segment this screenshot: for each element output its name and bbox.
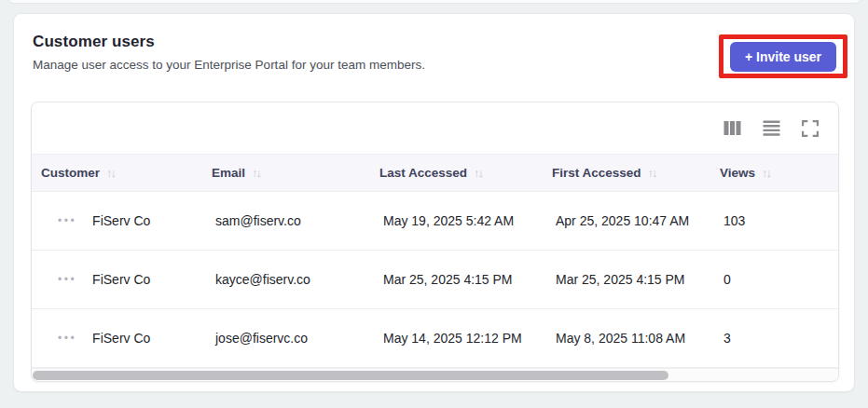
fullscreen-icon[interactable] [802, 120, 819, 137]
column-header-views[interactable]: Views ↑↓ [710, 166, 838, 180]
customer-name: FiServ Co [92, 272, 150, 287]
table-row: ••• FiServ Co sam@fiserv.co May 19, 2025… [32, 192, 838, 251]
invite-user-button[interactable]: + Invite user [730, 42, 836, 72]
first-accessed-cell: Mar 25, 2025 4:15 PM [543, 272, 710, 287]
email-cell: sam@fiserv.co [202, 213, 370, 228]
table-toolbar [32, 102, 838, 154]
density-icon[interactable] [763, 120, 780, 136]
page-title: Customer users [33, 33, 835, 51]
sort-icon[interactable]: ↑↓ [474, 166, 482, 180]
customer-cell: ••• FiServ Co [32, 272, 202, 287]
sort-icon[interactable]: ↑↓ [762, 166, 770, 180]
email-cell: kayce@fiserv.co [202, 272, 370, 287]
horizontal-scrollbar-thumb[interactable] [33, 371, 668, 380]
last-accessed-cell: May 19, 2025 5:42 AM [370, 213, 543, 228]
column-header-first-accessed[interactable]: First Accessed ↑↓ [543, 166, 710, 180]
sort-icon[interactable]: ↑↓ [648, 166, 656, 180]
row-actions-icon[interactable]: ••• [58, 333, 76, 344]
row-actions-icon[interactable]: ••• [58, 215, 76, 226]
views-cell: 103 [710, 213, 838, 228]
page-subtitle: Manage user access to your Enterprise Po… [33, 58, 835, 72]
table-row: ••• FiServ Co jose@fiservc.co May 14, 20… [32, 309, 838, 368]
first-accessed-cell: Apr 25, 2025 10:47 AM [543, 213, 710, 228]
customer-name: FiServ Co [92, 331, 150, 346]
customer-name: FiServ Co [92, 213, 150, 228]
sort-icon[interactable]: ↑↓ [252, 166, 260, 180]
column-header-last-accessed[interactable]: Last Accessed ↑↓ [370, 166, 543, 180]
horizontal-scrollbar-track[interactable] [32, 368, 838, 382]
table-header-row: Customer ↑↓ Email ↑↓ Last Accessed ↑↓ Fi… [32, 154, 838, 192]
columns-icon[interactable] [723, 120, 741, 136]
customer-cell: ••• FiServ Co [32, 331, 202, 346]
invite-user-highlight-outline: + Invite user [719, 34, 847, 78]
last-accessed-cell: May 14, 2025 12:12 PM [370, 331, 543, 346]
last-accessed-cell: Mar 25, 2025 4:15 PM [370, 272, 543, 287]
email-cell: jose@fiservc.co [202, 331, 370, 346]
views-cell: 3 [710, 331, 838, 346]
customer-users-panel: Customer users Manage user access to you… [13, 13, 855, 392]
views-cell: 0 [710, 272, 838, 287]
column-header-customer[interactable]: Customer ↑↓ [32, 166, 202, 180]
panel-header: Customer users Manage user access to you… [33, 33, 835, 72]
table-row: ••• FiServ Co kayce@fiserv.co Mar 25, 20… [32, 251, 838, 309]
row-actions-icon[interactable]: ••• [58, 274, 76, 285]
first-accessed-cell: May 8, 2025 11:08 AM [543, 331, 710, 346]
column-header-email[interactable]: Email ↑↓ [202, 166, 370, 180]
sort-icon[interactable]: ↑↓ [106, 166, 115, 180]
users-table-card: Customer ↑↓ Email ↑↓ Last Accessed ↑↓ Fi… [31, 102, 839, 382]
customer-cell: ••• FiServ Co [32, 213, 202, 228]
previous-card-bottom-edge [7, 0, 861, 4]
